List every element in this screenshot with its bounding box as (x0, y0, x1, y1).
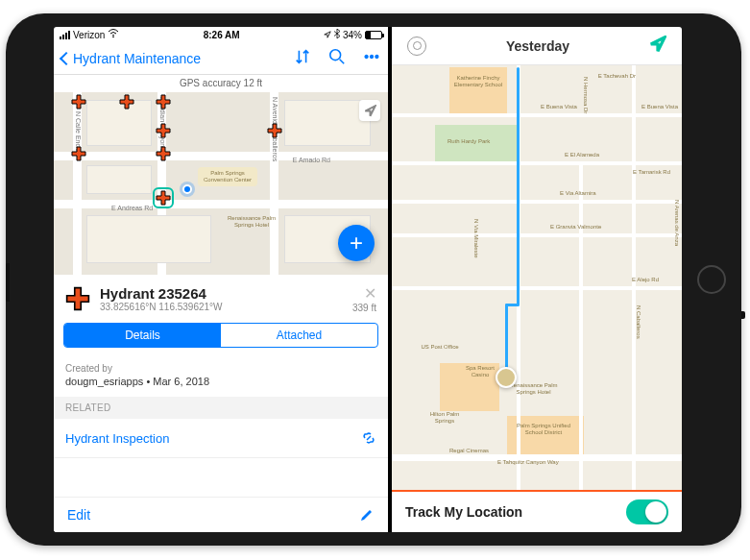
building (86, 165, 152, 194)
wifi-icon (108, 29, 119, 40)
hydrant-icon (65, 286, 90, 311)
user-location-pin (496, 367, 517, 388)
road-label: N Caballeros (635, 305, 641, 339)
navigate-button[interactable] (649, 36, 666, 57)
road-label: E Alejo Rd (632, 277, 659, 283)
building (86, 215, 211, 263)
back-label: Hydrant Maintenance (73, 51, 201, 66)
road-label: E Tachevah Dr (598, 73, 636, 80)
road (392, 233, 682, 237)
map-right[interactable]: Katherine Finchy Elementary School Ruth … (392, 65, 682, 490)
add-feature-button[interactable]: + (338, 225, 375, 261)
track-line (505, 304, 508, 369)
hydrant-marker[interactable] (156, 94, 171, 110)
track-line (517, 67, 520, 305)
created-label: Created by (65, 363, 376, 374)
carrier-label: Verizon (73, 30, 105, 40)
hydrant-marker[interactable] (71, 94, 86, 110)
link-icon (361, 430, 376, 446)
road-label: E Buena Vista (641, 104, 678, 110)
road-label: E El Alameda (565, 152, 599, 158)
tracker-bottom-bar: Track My Location (392, 490, 682, 532)
poi-label: Renaissance Palm Springs Hotel (222, 212, 281, 231)
pencil-icon[interactable] (359, 507, 375, 523)
tab-attached[interactable]: Attached (221, 324, 377, 347)
svg-point-1 (330, 49, 341, 60)
road-label: E Tahquitz Canyon Way (497, 459, 559, 466)
bottom-toolbar: Edit (54, 497, 388, 532)
collector-app: Verizon 8:26 AM 34% (54, 27, 392, 532)
poi-label: Katherine Finchy Elementary School (452, 75, 504, 87)
poi-label: Palm Springs Unified School District (515, 423, 572, 435)
close-button[interactable]: ✕ (352, 284, 376, 303)
road (392, 113, 682, 117)
search-button[interactable] (328, 48, 346, 69)
building (284, 100, 371, 146)
more-button[interactable] (363, 48, 380, 69)
hydrant-marker-selected[interactable] (156, 190, 171, 206)
related-item[interactable]: Hydrant Inspection (54, 419, 388, 458)
road-label: N Via Miraleste (472, 219, 479, 258)
side-button-left[interactable] (6, 263, 10, 302)
signal-icon (60, 31, 70, 39)
poi-label: Renaissance Palm Springs Hotel (507, 382, 560, 395)
feature-panel: Hydrant 235264 33.825616°N 116.539621°W … (54, 275, 388, 532)
profile-button[interactable] (407, 37, 426, 56)
current-location-dot (182, 184, 192, 194)
road-label: E Andreas Rd (111, 205, 153, 211)
related-header: RELATED (54, 397, 388, 419)
poi-label: Regal Cinemas (449, 448, 489, 454)
battery-percent: 34% (343, 30, 362, 40)
segment-control: Details Attached (63, 323, 378, 348)
track-label: Track My Location (405, 504, 522, 520)
road-label: N Hermosa Dr (582, 77, 589, 113)
side-button-right[interactable] (741, 311, 745, 319)
feature-coords: 33.825616°N 116.539621°W (100, 302, 223, 312)
tablet-frame: Verizon 8:26 AM 34% (6, 13, 741, 546)
screen: Verizon 8:26 AM 34% (54, 27, 682, 532)
poi-label: Spa Resort Casino (461, 365, 499, 377)
road (392, 200, 682, 204)
hydrant-marker[interactable] (71, 146, 86, 161)
track-toggle[interactable] (626, 499, 668, 524)
road (579, 161, 583, 490)
road-label: N Arenas de Anza (673, 200, 680, 246)
road-label: E Buena Vista (541, 104, 577, 110)
location-status-icon (324, 30, 331, 40)
tracker-app: Yesterday Katherine Finchy Elementary Sc… (392, 27, 682, 532)
chevron-left-icon (60, 51, 73, 64)
poi-label: Palm Springs Convention Center (198, 167, 257, 186)
home-button[interactable] (697, 265, 726, 294)
road-label: E Via Altamira (560, 190, 596, 197)
road (392, 161, 682, 165)
gps-accuracy: GPS accuracy 12 ft (54, 75, 388, 92)
back-button[interactable]: Hydrant Maintenance (61, 51, 201, 66)
status-bar: Verizon 8:26 AM 34% (54, 27, 388, 42)
hydrant-marker[interactable] (119, 94, 134, 110)
road (392, 286, 682, 290)
map-left[interactable]: N Calle Encilla N Indian Canyon Dr N Ave… (54, 92, 388, 275)
hydrant-marker[interactable] (267, 123, 282, 138)
tracker-title: Yesterday (506, 38, 569, 54)
sort-button[interactable] (294, 48, 311, 69)
svg-point-4 (375, 55, 378, 58)
svg-point-3 (371, 55, 374, 58)
nav-bar: Hydrant Maintenance (54, 42, 388, 75)
hydrant-marker[interactable] (156, 123, 171, 138)
battery-icon (365, 31, 382, 39)
poi-label: Ruth Hardy Park (448, 138, 490, 145)
road-label: E Tamarisk Rd (633, 169, 670, 176)
bluetooth-icon (334, 29, 340, 40)
svg-point-2 (365, 55, 368, 58)
hydrant-marker[interactable] (156, 146, 171, 161)
edit-button[interactable]: Edit (67, 507, 90, 523)
road-label: E Amado Rd (293, 157, 330, 163)
poi-label: Hilton Palm Springs (421, 411, 469, 424)
road-label: E Granvia Valmonte (550, 224, 601, 231)
feature-distance: 339 ft (352, 303, 376, 313)
tracker-header: Yesterday (392, 27, 682, 65)
svg-point-0 (113, 37, 115, 38)
road (54, 152, 388, 160)
locate-button[interactable] (359, 100, 380, 121)
tab-details[interactable]: Details (64, 324, 221, 347)
